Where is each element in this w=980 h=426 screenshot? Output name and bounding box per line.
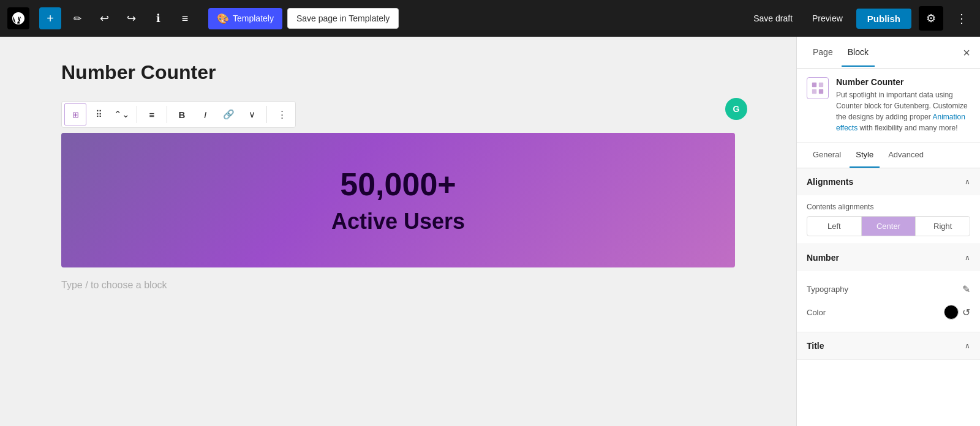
block-toolbar: ⊞ ⠿ ⌃⌄ ≡ B I 🔗 [61,101,296,128]
block-info-text: Number Counter Put spotlight in importan… [836,77,970,133]
align-left-button[interactable]: Left [807,217,862,236]
add-block-button[interactable]: + [39,7,61,29]
editor-inner: G Number Counter ⊞ ⠿ ⌃⌄ ≡ B [61,61,735,291]
main-area: G Number Counter ⊞ ⠿ ⌃⌄ ≡ B [0,37,980,426]
bold-button[interactable]: B [171,103,193,125]
svg-rect-0 [812,83,816,87]
svg-rect-3 [819,89,823,94]
counter-number: 50,000+ [340,166,456,203]
info-button[interactable]: ℹ [147,7,169,29]
more-formats-button[interactable]: ∨ [241,103,263,125]
alignments-section: Alignments ∧ Contents alignments Left Ce… [797,168,980,244]
color-swatch[interactable] [944,305,959,320]
templately-button[interactable]: 🎨 Templately [208,8,282,29]
number-section-header[interactable]: Number ∧ [797,244,980,271]
templately-icon: 🎨 [217,13,229,24]
general-settings-tab[interactable]: General [807,143,847,168]
block-tab[interactable]: Block [842,39,875,67]
typography-row: Typography ✎ [807,278,970,300]
save-templately-button[interactable]: Save page in Templately [287,8,399,29]
align-center-button[interactable]: Center [862,217,916,236]
wp-logo [7,7,29,29]
block-title: Number Counter [61,61,735,84]
more-options-icon: ⋮ [277,109,287,120]
align-button[interactable]: ≡ [141,103,163,125]
color-label: Color [807,308,826,317]
block-type-icon: ⊞ [64,103,86,125]
page-tab[interactable]: Page [807,39,839,67]
typography-edit-button[interactable]: ✎ [962,283,970,295]
block-info-desc: Put spotlight in important data using Co… [836,89,970,133]
title-section: Title ∧ [797,332,980,360]
toolbar-right: Save draft Preview Publish ⚙ ⋮ [747,6,973,31]
move-button[interactable]: ⌃⌄ [111,103,133,125]
toolbar-separator-2 [167,106,167,123]
bold-icon: B [179,110,186,120]
align-icon: ≡ [149,110,155,120]
number-section-title: Number [807,253,839,263]
advanced-settings-tab[interactable]: Advanced [882,143,930,168]
pencil-icon: ✏ [74,13,81,24]
title-section-chevron-icon: ∧ [965,342,970,350]
block-settings-tabs: General Style Advanced [797,143,980,168]
redo-icon: ↪ [127,12,136,25]
number-section: Number ∧ Typography ✎ Color ↺ [797,244,980,332]
style-settings-tab[interactable]: Style [850,143,880,168]
undo-button[interactable]: ↩ [93,7,115,29]
templately-label: Templately [233,13,274,23]
title-section-header[interactable]: Title ∧ [797,332,980,359]
publish-button[interactable]: Publish [856,9,911,29]
sidebar-header: Page Block × [797,37,980,69]
gear-button[interactable]: ⚙ [919,6,943,31]
preview-button[interactable]: Preview [806,10,849,27]
info-icon: ℹ [156,12,160,25]
block-more-button[interactable]: ⋮ [271,103,293,125]
top-toolbar: + ✏ ↩ ↪ ℹ ≡ 🎨 Templately Save page in Te… [0,0,980,37]
contents-alignments-label: Contents alignments [807,203,970,211]
svg-rect-2 [812,89,816,94]
type-to-choose-placeholder[interactable]: Type / to choose a block [61,280,735,291]
align-right-button[interactable]: Right [916,217,970,236]
link-button[interactable]: 🔗 [217,103,239,125]
block-info: Number Counter Put spotlight in importan… [797,69,980,143]
alignments-content: Contents alignments Left Center Right [797,195,980,244]
block-desc-text2: with flexibility and many more! [859,124,957,132]
title-section-title: Title [807,341,824,351]
pencil-button[interactable]: ✏ [66,7,88,29]
list-view-button[interactable]: ≡ [174,7,196,29]
alignments-chevron-icon: ∧ [965,177,970,186]
toolbar-separator [137,106,137,123]
number-section-content: Typography ✎ Color ↺ [797,271,980,332]
svg-rect-1 [819,83,823,87]
more-options-button[interactable]: ⋮ [951,7,973,29]
redo-button[interactable]: ↪ [120,7,142,29]
block-info-title: Number Counter [836,77,970,87]
drag-handle-button[interactable]: ⠿ [88,103,110,125]
alignments-title: Alignments [807,177,853,187]
publish-label: Publish [867,13,900,24]
typography-label: Typography [807,285,848,294]
block-info-icon [807,77,829,99]
editor-area: G Number Counter ⊞ ⠿ ⌃⌄ ≡ B [0,37,796,426]
toolbar-separator-3 [266,106,267,123]
italic-button[interactable]: I [194,103,216,125]
list-icon: ≡ [182,12,189,25]
save-draft-label: Save draft [753,13,793,23]
color-swatch-area: ↺ [944,305,970,320]
chevron-down-icon: ∨ [249,109,255,120]
italic-icon: I [204,110,206,120]
sidebar-close-button[interactable]: × [963,47,970,59]
updown-icon: ⌃⌄ [114,109,130,120]
color-reset-button[interactable]: ↺ [962,307,970,318]
gear-icon: ⚙ [926,12,936,25]
more-icon: ⋮ [956,11,968,26]
sidebar: Page Block × Number Counter Put spotligh… [796,37,980,426]
link-icon: 🔗 [223,109,235,120]
save-templately-label: Save page in Templately [296,13,390,23]
preview-label: Preview [812,13,843,23]
counter-label: Active Users [331,209,465,234]
color-row: Color ↺ [807,300,970,324]
alignments-section-header[interactable]: Alignments ∧ [797,168,980,195]
save-draft-button[interactable]: Save draft [747,10,799,27]
grammarly-icon: G [725,98,747,120]
